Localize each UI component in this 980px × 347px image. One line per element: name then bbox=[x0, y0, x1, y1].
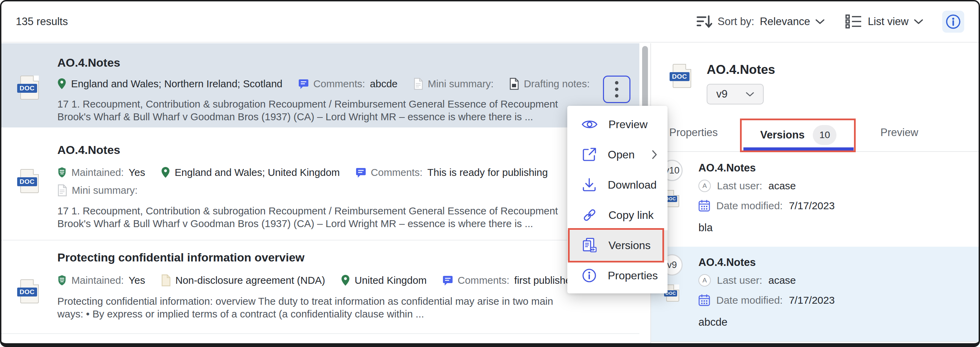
sort-by-control[interactable]: Sort by: Relevance bbox=[696, 14, 824, 29]
maintained-shield-icon bbox=[57, 167, 67, 178]
doc-file-icon: DOC bbox=[20, 76, 39, 100]
result-row-ao4-notes-selected[interactable]: DOC AO.4.Notes England and Wales; Northe… bbox=[2, 43, 640, 127]
info-icon bbox=[945, 14, 961, 30]
drafting-notes-meta: Drafting notes: bbox=[509, 78, 590, 90]
maintained-shield-icon bbox=[57, 275, 67, 286]
comment-icon bbox=[442, 275, 453, 286]
user-avatar: A bbox=[698, 180, 711, 192]
result-row-ao4-notes[interactable]: DOC AO.4.Notes Maintained: Yes England a… bbox=[2, 127, 640, 240]
menu-item-download[interactable]: Download bbox=[567, 170, 668, 200]
menu-item-label: Copy link bbox=[608, 209, 654, 221]
view-mode-value: List view bbox=[868, 16, 908, 28]
kebab-dot bbox=[615, 81, 619, 84]
tab-versions[interactable]: Versions 10 bbox=[760, 125, 837, 145]
chevron-down-icon bbox=[746, 92, 754, 97]
sort-by-value: Relevance bbox=[760, 16, 810, 28]
menu-item-copy-link[interactable]: Copy link bbox=[567, 200, 668, 230]
versions-count-badge: 10 bbox=[813, 125, 837, 145]
result-metadata: Maintained: Yes England and Wales; Unite… bbox=[57, 167, 548, 178]
document-type-meta: Non-disclosure agreement (NDA) bbox=[161, 274, 325, 287]
sort-icon bbox=[696, 14, 712, 29]
comments-meta: Comments: first published bbox=[442, 274, 577, 286]
tab-versions-label: Versions bbox=[760, 129, 805, 141]
list-view-icon bbox=[845, 14, 862, 30]
result-snippet: Protecting confidential information: ove… bbox=[57, 295, 576, 320]
maintained-meta: Maintained: Yes bbox=[57, 167, 145, 178]
last-user-line: A Last user: acase bbox=[698, 180, 796, 192]
open-external-icon bbox=[582, 147, 597, 162]
info-circle-icon bbox=[582, 268, 597, 283]
tabs-divider bbox=[651, 151, 978, 152]
chevron-right-icon bbox=[652, 150, 657, 159]
menu-item-label: Open bbox=[608, 148, 635, 161]
menu-item-label: Preview bbox=[608, 118, 648, 131]
date-modified-line: Date modified: 7/17/2023 bbox=[698, 200, 835, 212]
link-icon bbox=[582, 207, 598, 223]
location-pin-icon bbox=[341, 274, 350, 286]
info-button[interactable] bbox=[942, 11, 964, 33]
result-metadata: Maintained: Yes Non-disclosure agreement… bbox=[57, 274, 577, 287]
last-user-line: A Last user: acase bbox=[698, 274, 796, 287]
menu-item-preview[interactable]: Preview bbox=[567, 109, 668, 140]
menu-item-label: Versions bbox=[608, 239, 651, 252]
doc-file-icon: DOC bbox=[666, 285, 679, 302]
result-row-protecting-confidential[interactable]: DOC Protecting confidential information … bbox=[2, 240, 640, 334]
version-title: AO.4.Notes bbox=[698, 162, 756, 174]
details-title: AO.4.Notes bbox=[707, 62, 775, 77]
location-pin-icon bbox=[161, 167, 170, 178]
file-type-label: DOC bbox=[17, 288, 37, 296]
results-toolbar: 135 results Sort by: Relevance bbox=[2, 2, 978, 43]
result-title[interactable]: AO.4.Notes bbox=[57, 56, 120, 69]
menu-item-open[interactable]: Open bbox=[567, 140, 668, 170]
doc-file-icon: DOC bbox=[20, 279, 39, 303]
result-metadata-line2: Mini summary: bbox=[57, 184, 138, 196]
result-title[interactable]: Protecting confidential information over… bbox=[57, 251, 305, 264]
comment-icon bbox=[298, 79, 309, 89]
menu-item-label: Properties bbox=[608, 269, 658, 282]
version-comment: bla bbox=[698, 221, 713, 234]
search-results-window: 135 results Sort by: Relevance bbox=[0, 0, 980, 347]
sort-by-label: Sort by: bbox=[718, 16, 754, 28]
versions-icon bbox=[582, 237, 598, 253]
mini-summary-meta: Mini summary: bbox=[414, 78, 494, 90]
tab-preview[interactable]: Preview bbox=[880, 126, 918, 139]
doc-file-icon: DOC bbox=[666, 190, 679, 207]
jurisdiction-meta: England and Wales; United Kingdom bbox=[161, 167, 340, 178]
drafting-notes-icon bbox=[509, 78, 519, 90]
comments-meta: Comments: abcde bbox=[298, 78, 398, 90]
chevron-down-icon bbox=[816, 19, 824, 24]
view-mode-control[interactable]: List view bbox=[845, 14, 923, 30]
comment-icon bbox=[356, 167, 366, 178]
menu-item-properties[interactable]: Properties bbox=[567, 260, 668, 291]
mini-summary-icon bbox=[57, 184, 67, 196]
result-metadata: England and Wales; Northern Ireland; Sco… bbox=[57, 78, 590, 90]
active-tab-underline bbox=[743, 147, 854, 151]
toolbar-right: Sort by: Relevance List view bbox=[696, 11, 964, 33]
user-avatar: A bbox=[698, 274, 711, 287]
result-title[interactable]: AO.4.Notes bbox=[57, 143, 120, 157]
file-type-label: DOC bbox=[17, 84, 37, 93]
tab-properties[interactable]: Properties bbox=[669, 126, 718, 139]
version-item-v9-selected[interactable]: v9 DOC AO.4.Notes A Last user: acase Dat… bbox=[651, 247, 978, 342]
calendar-icon bbox=[698, 294, 710, 306]
version-item-v10[interactable]: v10 DOC AO.4.Notes A Last user: acase Da… bbox=[651, 152, 978, 247]
doc-file-icon: DOC bbox=[20, 169, 39, 193]
jurisdiction-meta: United Kingdom bbox=[341, 274, 427, 286]
results-count: 135 results bbox=[16, 16, 68, 28]
calendar-icon bbox=[698, 200, 710, 212]
row-actions-context-menu: Preview Open Download Copy link bbox=[567, 106, 668, 293]
menu-item-label: Download bbox=[608, 179, 657, 191]
result-snippet: 17 1. Recoupment, Contribution & subroga… bbox=[57, 97, 576, 123]
menu-item-versions[interactable]: Versions bbox=[567, 230, 668, 260]
result-snippet: 17 1. Recoupment, Contribution & subroga… bbox=[57, 204, 576, 230]
row-actions-menu-button[interactable] bbox=[603, 76, 630, 103]
chevron-down-icon bbox=[914, 19, 923, 24]
kebab-dot bbox=[615, 94, 619, 97]
date-modified-line: Date modified: 7/17/2023 bbox=[698, 294, 835, 306]
details-panel: DOC AO.4.Notes v9 Properties Versions 10… bbox=[651, 43, 978, 343]
jurisdiction-meta: England and Wales; Northern Ireland; Sco… bbox=[57, 78, 283, 90]
mini-summary-meta: Mini summary: bbox=[57, 184, 138, 196]
version-selector-dropdown[interactable]: v9 bbox=[707, 84, 764, 105]
version-comment: abcde bbox=[698, 316, 727, 328]
file-type-label: DOC bbox=[17, 177, 37, 186]
